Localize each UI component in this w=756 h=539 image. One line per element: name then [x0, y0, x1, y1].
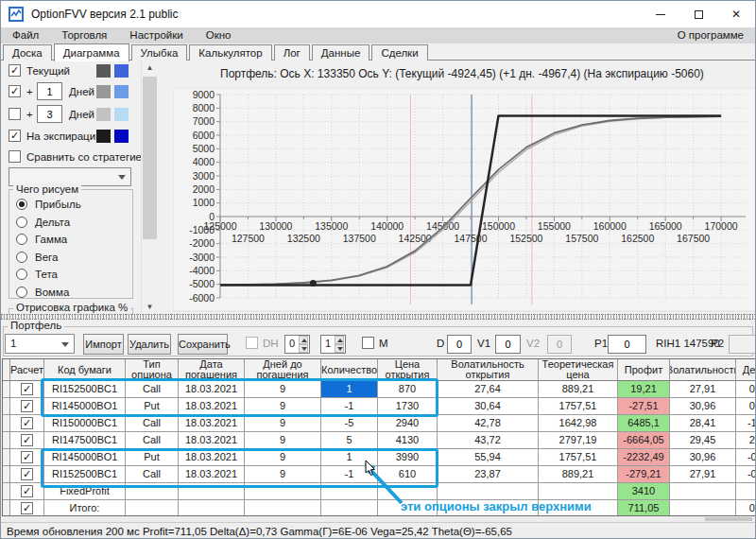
- tab-Лог[interactable]: Лог: [274, 44, 310, 61]
- dh-checkbox[interactable]: [246, 337, 258, 349]
- cell-vol_open[interactable]: 43,72: [438, 432, 539, 449]
- cell-vol_open[interactable]: 23,87: [438, 466, 539, 483]
- menu-item-0[interactable]: Файл: [1, 27, 50, 43]
- row-header[interactable]: [3, 449, 10, 466]
- cell-vol[interactable]: [670, 483, 736, 500]
- cell-price[interactable]: 610: [378, 466, 438, 483]
- days-input-2[interactable]: [37, 105, 62, 123]
- cell-delta[interactable]: 0,35: [736, 398, 756, 415]
- series-toggle-checkbox-0[interactable]: ✓: [9, 64, 21, 77]
- cell-qty[interactable]: -1: [321, 466, 378, 483]
- calc-checkbox[interactable]: ✓: [21, 468, 33, 480]
- cell-date[interactable]: 18.03.2021: [179, 415, 245, 432]
- column-header-3[interactable]: Дата погашения: [179, 359, 245, 381]
- calc-checkbox-cell[interactable]: ✓: [10, 432, 44, 449]
- row-header[interactable]: [3, 432, 10, 449]
- cell-theor[interactable]: 889,21: [539, 466, 618, 483]
- row-header[interactable]: [3, 466, 10, 483]
- dh-spinner-2[interactable]: 1: [320, 335, 346, 354]
- calc-checkbox-cell[interactable]: ✓: [10, 500, 44, 516]
- cell-code[interactable]: RI145000BO1: [44, 449, 126, 466]
- cell-profit[interactable]: 19,21: [618, 381, 670, 398]
- menu-item-2[interactable]: Настройки: [118, 27, 194, 43]
- scrollbar-thumb[interactable]: [143, 77, 157, 239]
- cell-price[interactable]: [378, 483, 438, 500]
- scrollbar-thumb[interactable]: [705, 517, 752, 521]
- calc-checkbox-cell[interactable]: ✓: [10, 466, 44, 483]
- cell-type[interactable]: Call: [126, 466, 179, 483]
- cell-vol_open[interactable]: 55,94: [438, 449, 539, 466]
- cell-theor[interactable]: 1757,51: [539, 398, 618, 415]
- cell-vol[interactable]: 29,45: [670, 432, 736, 449]
- cell-qty[interactable]: 5: [321, 432, 378, 449]
- cell-days[interactable]: 9: [245, 449, 321, 466]
- cell-theor[interactable]: 889,21: [539, 381, 618, 398]
- cell-date[interactable]: 18.03.2021: [179, 449, 245, 466]
- cell-profit[interactable]: -6664,05: [618, 432, 670, 449]
- payoff-chart[interactable]: -6000-5000-4000-3000-2000-10000100020003…: [173, 88, 756, 313]
- d-field[interactable]: [447, 335, 472, 354]
- radio-Прибыль[interactable]: [16, 199, 27, 210]
- cell-delta[interactable]: 0,73: [736, 500, 756, 516]
- cell-type[interactable]: Put: [126, 398, 179, 415]
- days-input-1[interactable]: [37, 82, 62, 100]
- cell-profit[interactable]: -2232,49: [618, 449, 670, 466]
- m-checkbox[interactable]: [362, 337, 374, 349]
- cell-days[interactable]: 9: [245, 466, 321, 483]
- cell-vol_open[interactable]: 42,78: [438, 415, 539, 432]
- cell-qty[interactable]: -5: [321, 415, 378, 432]
- cell-profit[interactable]: 3410: [618, 483, 670, 500]
- save-button[interactable]: Сохранить: [178, 334, 228, 355]
- column-header-1[interactable]: Код бумаги: [44, 359, 126, 381]
- row-header[interactable]: [3, 483, 10, 500]
- cell-code[interactable]: RI145000BO1: [44, 398, 126, 415]
- calc-checkbox[interactable]: ✓: [21, 451, 33, 463]
- spin-up-icon[interactable]: [335, 336, 344, 344]
- calc-checkbox[interactable]: ✓: [21, 502, 33, 514]
- tab-Диаграмма[interactable]: Диаграмма: [54, 43, 129, 61]
- cell-profit[interactable]: -27,51: [618, 398, 670, 415]
- column-header-2[interactable]: Тип опциона: [126, 359, 179, 381]
- cell-delta[interactable]: 0,24: [736, 381, 756, 398]
- spin-down-icon[interactable]: [299, 344, 308, 353]
- calc-checkbox[interactable]: ✓: [21, 400, 33, 412]
- cell-delta[interactable]: -0,24: [736, 466, 756, 483]
- column-header-9[interactable]: Профит: [618, 359, 670, 381]
- column-header-6[interactable]: Цена открытия: [378, 359, 438, 381]
- calc-checkbox-cell[interactable]: ✓: [10, 381, 44, 398]
- cell-date[interactable]: 18.03.2021: [179, 466, 245, 483]
- cell-date[interactable]: 18.03.2021: [179, 432, 245, 449]
- cell-vol[interactable]: 27,91: [670, 381, 736, 398]
- cell-days[interactable]: 9: [245, 415, 321, 432]
- tab-Доска[interactable]: Доска: [3, 44, 52, 61]
- cell-price[interactable]: 1730: [378, 398, 438, 415]
- cell-delta[interactable]: 2,57: [736, 432, 756, 449]
- calc-checkbox-cell[interactable]: ✓: [10, 483, 44, 500]
- cell-theor[interactable]: 1642,98: [539, 415, 618, 432]
- cell-profit[interactable]: 711,05: [618, 500, 670, 516]
- row-header[interactable]: [3, 381, 10, 398]
- cell-days[interactable]: 9: [245, 432, 321, 449]
- cell-price[interactable]: 2940: [378, 415, 438, 432]
- spin-up-icon[interactable]: [299, 336, 308, 344]
- scroll-down-icon[interactable]: ▼: [142, 300, 158, 314]
- calc-checkbox[interactable]: ✓: [21, 383, 33, 395]
- cell-code[interactable]: FixedProfit: [44, 483, 126, 500]
- cell-vol[interactable]: 27,91: [670, 466, 736, 483]
- cell-vol[interactable]: [670, 500, 736, 516]
- calc-checkbox-cell[interactable]: ✓: [10, 415, 44, 432]
- v1-field[interactable]: [495, 335, 521, 354]
- cell-profit[interactable]: 6485,1: [618, 415, 670, 432]
- cell-qty[interactable]: [321, 500, 378, 516]
- cell-price[interactable]: 3990: [378, 449, 438, 466]
- cell-code[interactable]: RI152500BC1: [44, 381, 126, 398]
- cell-price[interactable]: 4130: [378, 432, 438, 449]
- column-header-7[interactable]: Волатильность открытия: [438, 359, 539, 381]
- sidebar-scrollbar[interactable]: ▲ ▼: [141, 61, 157, 314]
- delete-button[interactable]: Удалить: [128, 334, 171, 355]
- maximize-button[interactable]: [679, 1, 717, 27]
- cell-delta[interactable]: -0,35: [736, 449, 756, 466]
- calc-checkbox-cell[interactable]: ✓: [10, 398, 44, 415]
- cell-theor[interactable]: 1757,51: [539, 449, 618, 466]
- series-toggle-checkbox-3[interactable]: ✓: [9, 130, 21, 142]
